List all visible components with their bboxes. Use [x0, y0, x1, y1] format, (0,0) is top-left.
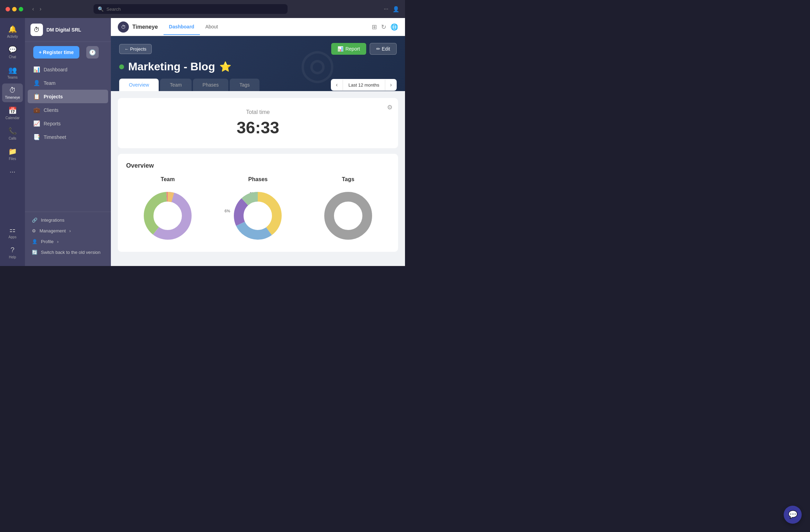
tab-phases[interactable]: Phases — [193, 79, 229, 91]
phases-chart-title: Phases — [216, 176, 299, 183]
titlebar: ‹ › 🔍 ··· 👤 — [0, 0, 405, 18]
project-title-row: Marketing - Blog ⭐ — [119, 60, 397, 73]
sidebar-item-reports[interactable]: 📈 Reports — [28, 117, 108, 130]
content-body: ⚙ Total time 36:33 Overview Team — [111, 91, 405, 266]
fullscreen-icon[interactable]: ⊞ — [372, 23, 377, 31]
reports-label: Reports — [44, 121, 61, 126]
calls-label: Calls — [9, 136, 16, 140]
sidebar-item-activity[interactable]: 🔔 Activity — [2, 22, 23, 41]
tab-team[interactable]: Team — [160, 79, 191, 91]
globe-icon[interactable]: 🌐 — [390, 23, 398, 31]
clients-label: Clients — [44, 107, 59, 113]
close-button[interactable] — [6, 7, 10, 11]
date-navigator: ‹ Last 12 months › — [331, 79, 397, 91]
search-input[interactable] — [106, 7, 283, 12]
tags-chart-title: Tags — [307, 176, 390, 183]
timesheet-clock-button[interactable]: 🕐 — [86, 46, 99, 59]
app-title: Timeneye — [132, 24, 158, 30]
sidebar-item-calls[interactable]: 📞 Calls — [2, 124, 23, 143]
switch-version-label: Switch back to the old version — [41, 250, 100, 255]
date-range-label: Last 12 months — [343, 80, 385, 90]
switch-version-icon: 🔄 — [32, 250, 37, 255]
total-time-label: Total time — [129, 109, 387, 115]
tab-about[interactable]: About — [200, 19, 224, 35]
tab-overview[interactable]: Overview — [119, 79, 159, 91]
management-chevron-icon: › — [69, 228, 71, 233]
management-label: Management — [39, 228, 66, 233]
sidebar-item-timesheet[interactable]: 📑 Timesheet — [28, 130, 108, 144]
management-icon: ⚙ — [32, 228, 36, 233]
app-logo-icon: ⏱ — [118, 21, 129, 33]
more-options-icon[interactable]: ··· — [384, 6, 388, 12]
date-next-button[interactable]: › — [385, 79, 397, 91]
dashboard-label: Dashboard — [44, 67, 68, 72]
main-layout: 🔔 Activity 💬 Chat 👥 Teams ⏱ Timeneye 📅 C… — [0, 18, 405, 266]
minimize-button[interactable] — [12, 7, 17, 11]
timeneye-label: Timeneye — [5, 96, 20, 99]
tags-chart: Tags — [307, 176, 390, 243]
sidebar-nav: 📊 Dashboard 👤 Team 📋 Projects 💼 Clients … — [25, 60, 111, 212]
register-row: + Register time 🕐 — [25, 42, 111, 60]
sidebar-item-files[interactable]: 📁 Files — [2, 144, 23, 163]
projects-icon: 📋 — [33, 93, 40, 100]
dashboard-icon: 📊 — [33, 66, 40, 73]
edit-button[interactable]: ✏ Edit — [370, 43, 397, 55]
projects-label: Projects — [44, 94, 63, 99]
sidebar-item-more[interactable]: ··· — [2, 165, 23, 178]
sidebar-item-chat[interactable]: 💬 Chat — [2, 43, 23, 62]
timesheet-icon: 📑 — [33, 134, 40, 140]
integrations-label: Integrations — [41, 218, 64, 223]
team-icon: 👤 — [33, 80, 40, 86]
sidebar-item-timeneye[interactable]: ⏱ Timeneye — [2, 83, 23, 102]
sidebar-item-teams[interactable]: 👥 Teams — [2, 63, 23, 82]
total-time-value: 36:33 — [129, 118, 387, 137]
sidebar-item-projects[interactable]: 📋 Projects — [28, 90, 108, 103]
calendar-icon: 📅 — [8, 106, 17, 115]
project-header-top: ← Projects 📊 Report ✏ Edit — [119, 43, 397, 55]
nav-back-button[interactable]: ‹ — [30, 5, 36, 14]
sidebar-item-help[interactable]: ? Help — [2, 243, 23, 262]
nav-forward-button[interactable]: › — [37, 5, 43, 14]
help-icon: ? — [10, 246, 14, 254]
profile-icon: 👤 — [32, 239, 37, 244]
timeneye-icon: ⏱ — [9, 86, 16, 94]
project-star-icon[interactable]: ⭐ — [219, 61, 231, 72]
project-title: Marketing - Blog — [128, 60, 215, 73]
settings-gear-button[interactable]: ⚙ — [387, 104, 393, 111]
apps-label: Apps — [9, 235, 17, 239]
sidebar-item-apps[interactable]: ⚏ Apps — [2, 223, 23, 242]
nav-arrows: ‹ › — [30, 5, 44, 14]
app-header-actions: ⊞ ↻ 🌐 — [372, 23, 398, 31]
chat-icon: 💬 — [8, 45, 17, 54]
breadcrumb-button[interactable]: ← Projects — [119, 44, 152, 54]
apps-icon: ⚏ — [9, 225, 16, 234]
profile-label: Profile — [41, 239, 54, 244]
company-logo: ⏱ — [30, 24, 43, 36]
register-time-button[interactable]: + Register time — [33, 46, 79, 59]
refresh-icon[interactable]: ↻ — [381, 23, 386, 31]
project-status-dot — [119, 64, 124, 69]
team-chart-title: Team — [126, 176, 209, 183]
sidebar-item-integrations[interactable]: 🔗 Integrations — [28, 215, 108, 225]
sidebar-item-management[interactable]: ⚙ Management › — [28, 225, 108, 236]
sidebar-item-clients[interactable]: 💼 Clients — [28, 103, 108, 117]
app-nav: Dashboard About — [164, 19, 224, 35]
icon-bar: 🔔 Activity 💬 Chat 👥 Teams ⏱ Timeneye 📅 C… — [0, 18, 25, 266]
phases-label-6pct-side: 6% — [224, 209, 230, 213]
report-button[interactable]: 📊 Report — [331, 43, 366, 55]
sidebar-item-calendar[interactable]: 📅 Calendar — [2, 104, 23, 123]
user-avatar-icon[interactable]: 👤 — [393, 6, 399, 12]
date-prev-button[interactable]: ‹ — [331, 79, 342, 91]
sidebar-item-dashboard[interactable]: 📊 Dashboard — [28, 63, 108, 76]
sidebar-item-team[interactable]: 👤 Team — [28, 76, 108, 90]
traffic-lights — [6, 7, 23, 11]
app-header: ⏱ Timeneye Dashboard About ⊞ ↻ 🌐 — [111, 18, 405, 36]
sidebar-bottom: 🔗 Integrations ⚙ Management › 👤 Profile … — [25, 212, 111, 260]
tabs-list: Overview Team Phases Tags — [119, 79, 259, 91]
sidebar-item-switch-version[interactable]: 🔄 Switch back to the old version — [28, 247, 108, 258]
tab-tags[interactable]: Tags — [230, 79, 259, 91]
maximize-button[interactable] — [19, 7, 23, 11]
sidebar-item-profile[interactable]: 👤 Profile › — [28, 236, 108, 247]
tab-dashboard[interactable]: Dashboard — [164, 19, 200, 35]
sidebar-header: ⏱ DM Digital SRL — [25, 18, 111, 42]
